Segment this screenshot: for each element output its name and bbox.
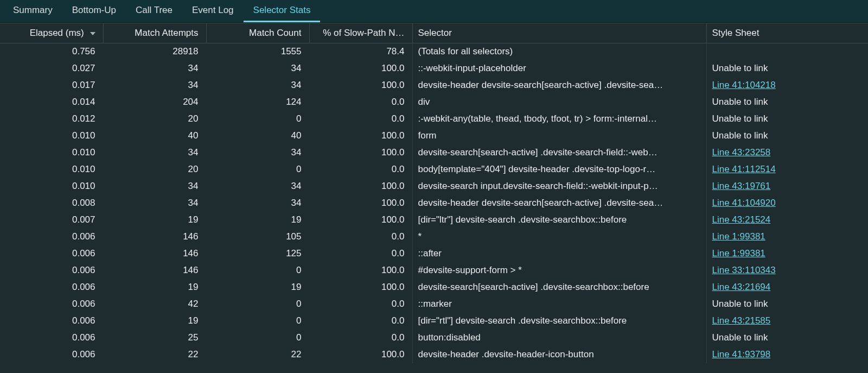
- cell-elapsed: 0.007: [0, 212, 103, 229]
- cell-elapsed: 0.027: [0, 60, 103, 77]
- table-row[interactable]: 0.0273434100.0::-webkit-input-placeholde…: [0, 60, 868, 77]
- cell-match-attempts: 19: [103, 313, 206, 330]
- cell-match-attempts: 19: [103, 279, 206, 296]
- cell-style-sheet: Unable to link: [706, 111, 868, 128]
- tab-label: Summary: [13, 5, 53, 16]
- table-row[interactable]: 0.0064200.0::markerUnable to link: [0, 296, 868, 313]
- style-sheet-link[interactable]: Line 41:104218: [712, 80, 776, 90]
- col-header-selector[interactable]: Selector: [412, 23, 706, 43]
- table-row[interactable]: 0.75628918155578.4(Totals for all select…: [0, 43, 868, 60]
- style-sheet-link[interactable]: Line 1:99381: [712, 248, 765, 258]
- cell-selector: devsite-header devsite-search[search-act…: [412, 195, 706, 212]
- cell-elapsed: 0.010: [0, 178, 103, 195]
- col-header-style-sheet[interactable]: Style Sheet: [706, 23, 868, 43]
- cell-pct-slow-path: 100.0: [309, 346, 412, 363]
- col-header-pct-slow-path[interactable]: % of Slow-Path N…: [309, 23, 412, 43]
- cell-pct-slow-path: 0.0: [309, 161, 412, 178]
- tab-summary[interactable]: Summary: [3, 0, 62, 22]
- cell-pct-slow-path: 100.0: [309, 262, 412, 279]
- tab-selector-stats[interactable]: Selector Stats: [244, 0, 321, 22]
- cell-elapsed: 0.006: [0, 296, 103, 313]
- table-row[interactable]: 0.0061461050.0*Line 1:99381: [0, 229, 868, 245]
- table-row[interactable]: 0.0071919100.0[dir="ltr"] devsite-search…: [0, 212, 868, 229]
- style-sheet-link[interactable]: Line 33:110343: [712, 265, 776, 275]
- table-row[interactable]: 0.0102000.0body[template="404"] devsite-…: [0, 161, 868, 178]
- table-row[interactable]: 0.0142041240.0divUnable to link: [0, 94, 868, 111]
- cell-style-sheet: [706, 43, 868, 60]
- table-row[interactable]: 0.0061919100.0devsite-search[search-acti…: [0, 279, 868, 296]
- table-row[interactable]: 0.0122000.0:-webkit-any(table, thead, tb…: [0, 111, 868, 128]
- tab-bottom-up[interactable]: Bottom-Up: [62, 0, 126, 22]
- cell-style-sheet: Line 1:99381: [706, 245, 868, 262]
- cell-match-attempts: 34: [103, 195, 206, 212]
- tab-label: Event Log: [192, 5, 234, 16]
- cell-style-sheet: Unable to link: [706, 60, 868, 77]
- cell-match-attempts: 20: [103, 111, 206, 128]
- style-sheet-link[interactable]: Line 43:23258: [712, 147, 771, 157]
- cell-pct-slow-path: 100.0: [309, 195, 412, 212]
- style-sheet-link[interactable]: Line 41:104920: [712, 198, 776, 208]
- style-sheet-link[interactable]: Line 43:21694: [712, 282, 771, 292]
- cell-pct-slow-path: 0.0: [309, 111, 412, 128]
- cell-match-count: 34: [206, 195, 309, 212]
- table-row[interactable]: 0.0061461250.0::afterLine 1:99381: [0, 245, 868, 262]
- col-header-match-count[interactable]: Match Count: [206, 23, 309, 43]
- table-row[interactable]: 0.0104040100.0formUnable to link: [0, 128, 868, 144]
- table-row[interactable]: 0.0103434100.0devsite-search input.devsi…: [0, 178, 868, 195]
- cell-match-attempts: 25: [103, 330, 206, 346]
- col-header-elapsed[interactable]: Elapsed (ms): [0, 23, 103, 43]
- cell-style-sheet: Line 41:104920: [706, 195, 868, 212]
- cell-selector: div: [412, 94, 706, 111]
- table-row[interactable]: 0.0061460100.0#devsite-support-form > *L…: [0, 262, 868, 279]
- style-sheet-link[interactable]: Line 1:99381: [712, 231, 765, 242]
- cell-pct-slow-path: 0.0: [309, 229, 412, 245]
- cell-match-attempts: 20: [103, 161, 206, 178]
- cell-pct-slow-path: 100.0: [309, 144, 412, 161]
- table-row[interactable]: 0.0103434100.0devsite-search[search-acti…: [0, 144, 868, 161]
- style-sheet-link[interactable]: Line 43:19761: [712, 181, 771, 191]
- cell-pct-slow-path: 78.4: [309, 43, 412, 60]
- style-sheet-link[interactable]: Line 43:21585: [712, 315, 771, 326]
- cell-elapsed: 0.010: [0, 161, 103, 178]
- cell-selector: :-webkit-any(table, thead, tbody, tfoot,…: [412, 111, 706, 128]
- cell-elapsed: 0.006: [0, 279, 103, 296]
- col-header-elapsed-label: Elapsed (ms): [30, 28, 84, 38]
- cell-match-count: 124: [206, 94, 309, 111]
- cell-style-sheet: Line 43:23258: [706, 144, 868, 161]
- cell-match-count: 34: [206, 60, 309, 77]
- table-row[interactable]: 0.0062500.0button:disabledUnable to link: [0, 330, 868, 346]
- sort-descending-icon: [90, 32, 95, 35]
- cell-elapsed: 0.006: [0, 313, 103, 330]
- cell-elapsed: 0.008: [0, 195, 103, 212]
- style-sheet-link[interactable]: Line 41:93798: [712, 349, 771, 359]
- cell-pct-slow-path: 0.0: [309, 245, 412, 262]
- cell-selector: devsite-search[search-active] .devsite-s…: [412, 144, 706, 161]
- tab-event-log[interactable]: Event Log: [182, 0, 244, 22]
- cell-elapsed: 0.756: [0, 43, 103, 60]
- cell-selector: ::after: [412, 245, 706, 262]
- table-row[interactable]: 0.0173434100.0devsite-header devsite-sea…: [0, 77, 868, 94]
- cell-selector: ::marker: [412, 296, 706, 313]
- tab-call-tree[interactable]: Call Tree: [126, 0, 182, 22]
- cell-match-count: 22: [206, 346, 309, 363]
- cell-pct-slow-path: 100.0: [309, 77, 412, 94]
- selector-stats-table: Elapsed (ms) Match Attempts Match Count …: [0, 23, 868, 363]
- cell-selector: button:disabled: [412, 330, 706, 346]
- cell-match-attempts: 204: [103, 94, 206, 111]
- table-row[interactable]: 0.0083434100.0devsite-header devsite-sea…: [0, 195, 868, 212]
- style-sheet-link[interactable]: Line 43:21524: [712, 214, 771, 225]
- cell-match-attempts: 146: [103, 262, 206, 279]
- cell-match-count: 105: [206, 229, 309, 245]
- col-header-match-attempts[interactable]: Match Attempts: [103, 23, 206, 43]
- cell-pct-slow-path: 0.0: [309, 296, 412, 313]
- table-row[interactable]: 0.0062222100.0devsite-header .devsite-he…: [0, 346, 868, 363]
- cell-selector: *: [412, 229, 706, 245]
- cell-match-attempts: 146: [103, 245, 206, 262]
- table-row[interactable]: 0.0061900.0[dir="rtl"] devsite-search .d…: [0, 313, 868, 330]
- cell-style-sheet: Unable to link: [706, 330, 868, 346]
- cell-pct-slow-path: 100.0: [309, 178, 412, 195]
- cell-match-attempts: 34: [103, 60, 206, 77]
- cell-selector: (Totals for all selectors): [412, 43, 706, 60]
- cell-style-sheet: Unable to link: [706, 128, 868, 144]
- style-sheet-link[interactable]: Line 41:112514: [712, 164, 776, 174]
